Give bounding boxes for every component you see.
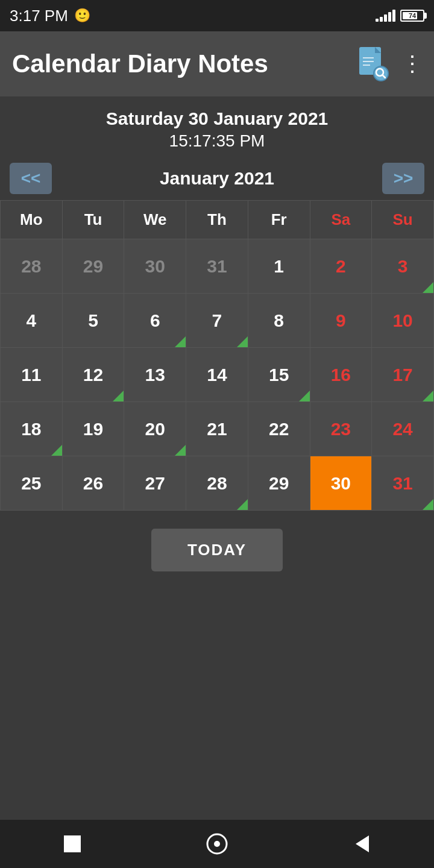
- current-time: 15:17:35 PM: [0, 131, 434, 151]
- next-arrow-icon: >>: [394, 169, 414, 188]
- calendar-week-row: 45678910: [1, 294, 434, 348]
- calendar-day[interactable]: 31: [186, 239, 248, 294]
- calendar-day[interactable]: 4: [1, 294, 63, 348]
- status-bar: 3:17 PM 🙂 74: [0, 0, 434, 31]
- calendar-day[interactable]: 15: [248, 348, 310, 402]
- svg-rect-8: [64, 835, 81, 852]
- status-left: 3:17 PM 🙂: [10, 7, 90, 25]
- today-button[interactable]: TODAY: [151, 529, 283, 571]
- calendar-day[interactable]: 27: [124, 456, 186, 511]
- calendar-day[interactable]: 20: [124, 402, 186, 456]
- calendar-day[interactable]: 22: [248, 402, 310, 456]
- calendar-day[interactable]: 12: [62, 348, 124, 402]
- bottom-nav: [0, 820, 434, 868]
- calendar-day[interactable]: 25: [1, 456, 63, 511]
- weekday-th: Th: [186, 201, 248, 239]
- calendar-day[interactable]: 14: [186, 348, 248, 402]
- notification-icon: 🙂: [74, 8, 90, 24]
- weekday-mo: Mo: [1, 201, 63, 239]
- date-header: Saturday 30 January 2021 15:17:35 PM: [0, 96, 434, 157]
- calendar-day[interactable]: 3: [372, 239, 434, 294]
- calendar-day[interactable]: 29: [248, 456, 310, 511]
- prev-arrow-icon: <<: [21, 169, 41, 188]
- weekday-su: Su: [372, 201, 434, 239]
- calendar-day[interactable]: 21: [186, 402, 248, 456]
- calendar-day[interactable]: 31: [372, 456, 434, 511]
- app-bar-icons: ⋮: [356, 46, 422, 82]
- calendar-day[interactable]: 16: [310, 348, 372, 402]
- app-bar: Calendar Diary Notes ⋮: [0, 31, 434, 96]
- calendar-day[interactable]: 26: [62, 456, 124, 511]
- nav-back-button[interactable]: [338, 820, 386, 868]
- calendar-day[interactable]: 19: [62, 402, 124, 456]
- calendar-day[interactable]: 29: [62, 239, 124, 294]
- weekday-we: We: [124, 201, 186, 239]
- weekday-tu: Tu: [62, 201, 124, 239]
- calendar-nav: << January 2021 >>: [0, 157, 434, 200]
- calendar-day[interactable]: 24: [372, 402, 434, 456]
- calendar-day[interactable]: 18: [1, 402, 63, 456]
- calendar-day[interactable]: 1: [248, 239, 310, 294]
- nav-stop-button[interactable]: [48, 820, 96, 868]
- calendar-day[interactable]: 30: [124, 239, 186, 294]
- svg-marker-11: [356, 835, 369, 852]
- calendar-week-row: 28293031123: [1, 239, 434, 294]
- next-month-button[interactable]: >>: [382, 163, 424, 194]
- calendar-day[interactable]: 2: [310, 239, 372, 294]
- calendar-day[interactable]: 28: [186, 456, 248, 511]
- calendar-day[interactable]: 13: [124, 348, 186, 402]
- calendar-day[interactable]: 8: [248, 294, 310, 348]
- signal-icon: [376, 10, 395, 22]
- calendar-week-row: 11121314151617: [1, 348, 434, 402]
- nav-home-button[interactable]: [193, 820, 241, 868]
- calendar-day[interactable]: 28: [1, 239, 63, 294]
- calendar-week-row: 18192021222324: [1, 402, 434, 456]
- status-right: 74: [376, 10, 424, 22]
- prev-month-button[interactable]: <<: [10, 163, 52, 194]
- time-display: 3:17 PM: [10, 7, 68, 25]
- calendar-day[interactable]: 30: [310, 456, 372, 511]
- weekday-fr: Fr: [248, 201, 310, 239]
- calendar-day[interactable]: 17: [372, 348, 434, 402]
- calendar-day[interactable]: 10: [372, 294, 434, 348]
- app-title: Calendar Diary Notes: [12, 49, 346, 78]
- weekday-sa: Sa: [310, 201, 372, 239]
- search-document-icon[interactable]: [356, 46, 389, 82]
- calendar-day[interactable]: 5: [62, 294, 124, 348]
- svg-point-10: [214, 841, 220, 847]
- calendar-day[interactable]: 9: [310, 294, 372, 348]
- calendar-day[interactable]: 11: [1, 348, 63, 402]
- calendar-grid: Mo Tu We Th Fr Sa Su 2829303112345678910…: [0, 200, 434, 511]
- battery-icon: 74: [400, 10, 424, 22]
- current-date: Saturday 30 January 2021: [0, 108, 434, 129]
- calendar-day[interactable]: 6: [124, 294, 186, 348]
- today-button-container: TODAY: [0, 511, 434, 590]
- more-options-icon[interactable]: ⋮: [401, 53, 422, 75]
- calendar-day[interactable]: 23: [310, 402, 372, 456]
- weekday-header-row: Mo Tu We Th Fr Sa Su: [1, 201, 434, 239]
- month-year-label: January 2021: [160, 168, 274, 189]
- calendar-week-row: 25262728293031: [1, 456, 434, 511]
- calendar-day[interactable]: 7: [186, 294, 248, 348]
